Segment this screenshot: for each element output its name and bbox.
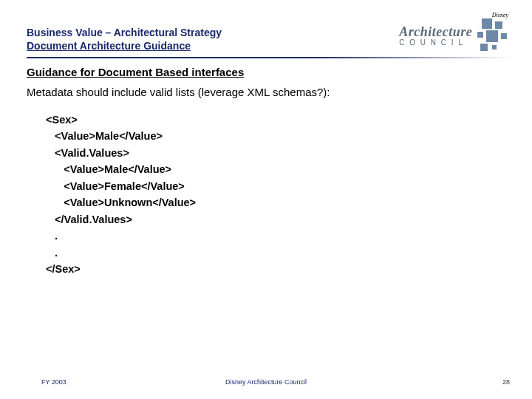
title-line-1: Business Value – Architectural Strategy xyxy=(27,27,222,40)
logo-text-block: Architecture C O U N C I L xyxy=(399,24,474,47)
logo-main-row: Architecture C O U N C I L xyxy=(399,18,511,52)
title-block: Business Value – Architectural Strategy … xyxy=(27,27,222,52)
squares-icon xyxy=(477,18,511,52)
slide-header: Business Value – Architectural Strategy … xyxy=(0,0,532,52)
slide-footer: FY 2003 Disney Architecture Council 28 xyxy=(0,378,532,386)
footer-right: 28 xyxy=(502,378,510,386)
footer-center: Disney Architecture Council xyxy=(225,378,307,386)
xml-example: <Sex> <Value>Male</Value> <Valid.Values>… xyxy=(46,112,505,278)
logo: Disney Architecture C O U N C I L xyxy=(399,12,511,52)
title-line-2: Document Architecture Guidance xyxy=(27,40,222,53)
slide-content: Guidance for Document Based interfaces M… xyxy=(0,58,532,278)
logo-word-architecture: Architecture xyxy=(399,24,474,40)
footer-left: FY 2003 xyxy=(41,378,66,386)
subheading: Guidance for Document Based interfaces xyxy=(27,66,505,78)
lead-text: Metadata should include valid lists (lev… xyxy=(27,86,505,98)
logo-brand-small: Disney xyxy=(492,12,508,18)
logo-word-council: C O U N C I L xyxy=(399,38,464,47)
